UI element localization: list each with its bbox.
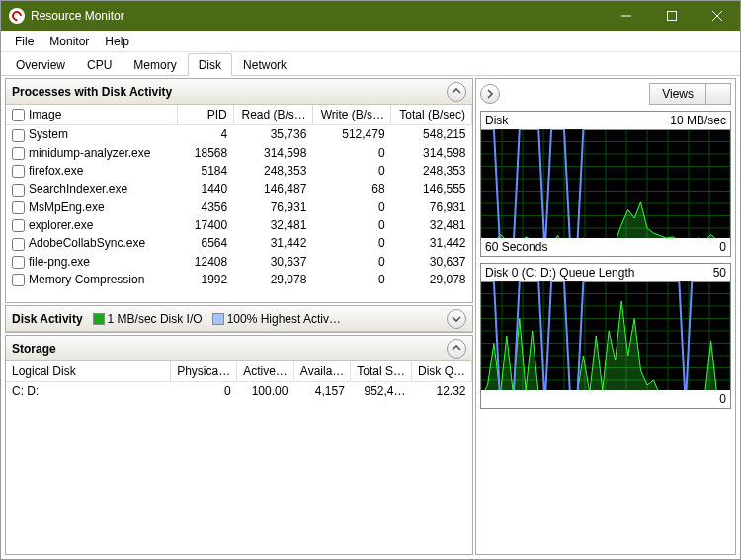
menubar: FileMonitorHelp <box>1 31 740 52</box>
cell-read: 76,931 <box>233 199 312 216</box>
views-dropdown-icon[interactable] <box>705 84 730 104</box>
activity-header[interactable]: Disk Activity 1 MB/sec Disk I/O 100% Hig… <box>6 306 472 332</box>
row-checkbox[interactable] <box>12 274 25 286</box>
table-row[interactable]: System435,736512,479548,215 <box>6 125 472 144</box>
cell-image: SearchIndexer.exe <box>6 180 178 198</box>
table-row[interactable]: file-png.exe1240830,637030,637 <box>6 253 472 271</box>
tab-network[interactable]: Network <box>232 53 297 76</box>
tab-memory[interactable]: Memory <box>123 53 187 76</box>
row-checkbox[interactable] <box>12 165 25 178</box>
cell: 100.00 <box>237 382 294 401</box>
cell-write: 0 <box>312 271 390 288</box>
chart-canvas <box>481 281 730 390</box>
row-checkbox[interactable] <box>12 184 25 197</box>
views-button[interactable]: Views <box>649 83 731 105</box>
cell-image: minidump-analyzer.exe <box>6 144 178 162</box>
table-row[interactable]: C: D:0100.004,157952,4…12.32 <box>6 382 472 401</box>
cell-write: 0 <box>312 234 390 252</box>
column-header[interactable]: Logical Disk <box>6 361 171 382</box>
table-row[interactable]: AdobeCollabSync.exe656431,442031,442 <box>6 234 472 252</box>
column-header[interactable]: Availa… <box>293 361 350 382</box>
legend-label-active: 100% Highest Active T… <box>227 312 346 326</box>
cell-pid: 17400 <box>178 216 233 234</box>
maximize-button[interactable] <box>649 1 695 31</box>
processes-panel: Processes with Disk Activity ImagePIDRea… <box>5 78 473 303</box>
tab-overview[interactable]: Overview <box>5 53 76 76</box>
row-checkbox[interactable] <box>12 129 25 142</box>
cell-pid: 6564 <box>178 234 233 252</box>
cell-write: 0 <box>312 199 390 216</box>
cell-pid: 4 <box>178 125 233 144</box>
app-icon <box>9 8 25 24</box>
table-row[interactable]: SearchIndexer.exe1440146,48768146,555 <box>6 180 472 198</box>
activity-title: Disk Activity <box>12 312 83 326</box>
menu-help[interactable]: Help <box>97 33 137 50</box>
table-row[interactable]: explorer.exe1740032,481032,481 <box>6 216 472 234</box>
cell-write: 0 <box>312 253 390 271</box>
chart-foot-right: 0 <box>719 392 726 406</box>
cell-total: 76,931 <box>391 199 472 216</box>
cell-total: 30,637 <box>391 253 472 271</box>
column-header[interactable]: Write (B/s… <box>312 105 390 125</box>
row-checkbox[interactable] <box>12 147 25 160</box>
row-checkbox[interactable] <box>12 256 25 269</box>
cell-total: 548,215 <box>391 125 472 144</box>
table-row[interactable]: minidump-analyzer.exe18568314,5980314,59… <box>6 144 472 162</box>
table-row[interactable]: Memory Compression199229,078029,078 <box>6 271 472 288</box>
window-title: Resource Monitor <box>31 9 604 23</box>
storage-table-wrap[interactable]: Logical DiskPhysica…Active…Availa…Total … <box>6 361 472 554</box>
select-all-checkbox[interactable] <box>12 109 25 121</box>
column-header[interactable]: Total S… <box>351 361 412 382</box>
cell-read: 31,442 <box>233 234 312 252</box>
cell-image: firefox.exe <box>6 162 178 180</box>
cell-total: 32,481 <box>391 216 472 234</box>
tab-cpu[interactable]: CPU <box>76 53 123 76</box>
processes-title: Processes with Disk Activity <box>12 85 172 99</box>
cell: 4,157 <box>293 382 350 401</box>
cell-write: 0 <box>312 144 390 162</box>
storage-panel: Storage Logical DiskPhysica…Active…Avail… <box>5 335 473 555</box>
cell-read: 29,078 <box>233 271 312 288</box>
charts-pane: Views Disk10 MB/sec60 Seconds0Disk 0 (C:… <box>475 78 736 555</box>
table-row[interactable]: MsMpEng.exe435676,931076,931 <box>6 199 472 216</box>
chart-title: Disk <box>485 114 508 127</box>
processes-header[interactable]: Processes with Disk Activity <box>6 79 472 105</box>
tab-disk[interactable]: Disk <box>188 53 232 76</box>
column-header[interactable]: Read (B/s… <box>233 105 312 125</box>
menu-monitor[interactable]: Monitor <box>41 33 97 50</box>
expand-button[interactable] <box>447 309 466 329</box>
cell-pid: 4356 <box>178 199 233 216</box>
chart-foot-right: 0 <box>719 240 726 254</box>
column-header[interactable]: Image <box>6 105 178 125</box>
column-header[interactable]: Disk Q… <box>412 361 472 382</box>
row-checkbox[interactable] <box>12 201 25 214</box>
column-header[interactable]: Active… <box>237 361 294 382</box>
close-button[interactable] <box>695 1 740 31</box>
activity-panel: Disk Activity 1 MB/sec Disk I/O 100% Hig… <box>5 305 473 333</box>
cell-read: 30,637 <box>233 253 312 271</box>
column-header[interactable]: Physica… <box>171 361 237 382</box>
menu-file[interactable]: File <box>7 33 41 50</box>
legend-swatch-green <box>93 313 105 325</box>
storage-title: Storage <box>12 342 56 356</box>
collapse-button[interactable] <box>447 82 466 102</box>
row-checkbox[interactable] <box>12 219 25 232</box>
column-header[interactable]: PID <box>178 105 233 125</box>
collapse-button[interactable] <box>447 339 466 359</box>
storage-header[interactable]: Storage <box>6 336 472 361</box>
chart-scale: 50 <box>713 266 726 280</box>
charts-expand-button[interactable] <box>480 84 500 104</box>
cell-write: 68 <box>312 180 390 198</box>
cell-read: 248,353 <box>233 162 312 180</box>
views-label: Views <box>650 87 705 101</box>
legend-swatch-blue <box>212 313 224 325</box>
cell-image: System <box>6 125 178 144</box>
cell-total: 29,078 <box>391 271 472 288</box>
row-checkbox[interactable] <box>12 238 25 251</box>
processes-table-wrap[interactable]: ImagePIDRead (B/s…Write (B/s…Total (B/se… <box>6 105 472 302</box>
column-header[interactable]: Total (B/sec) <box>391 105 472 125</box>
cell: 12.32 <box>412 382 472 401</box>
minimize-button[interactable] <box>604 1 649 31</box>
svg-rect-1 <box>668 12 677 21</box>
table-row[interactable]: firefox.exe5184248,3530248,353 <box>6 162 472 180</box>
